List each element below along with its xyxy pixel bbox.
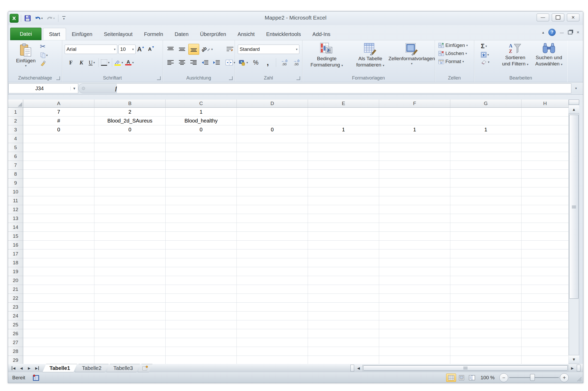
cell-F15[interactable] xyxy=(379,232,450,241)
cell-B27[interactable] xyxy=(94,338,166,347)
cell-F25[interactable] xyxy=(379,320,450,329)
clear-button[interactable]: ▾ xyxy=(481,60,489,64)
cell-F22[interactable] xyxy=(379,294,450,303)
cell-H5[interactable] xyxy=(522,143,569,152)
cell-B7[interactable] xyxy=(94,161,166,170)
select-all-button[interactable] xyxy=(8,100,23,108)
increase-indent-button[interactable] xyxy=(211,57,222,68)
cell-C17[interactable] xyxy=(166,249,237,258)
paste-dropdown-arrow[interactable]: ▾ xyxy=(25,64,27,68)
cell-A2[interactable]: # xyxy=(23,117,94,125)
cell-H9[interactable] xyxy=(522,179,569,187)
cell-F28[interactable] xyxy=(379,347,450,356)
borders-button[interactable]: ▾ xyxy=(100,57,111,68)
align-right-button[interactable] xyxy=(188,57,199,68)
cell-F2[interactable] xyxy=(379,117,450,125)
cell-F14[interactable] xyxy=(379,223,450,232)
cell-A20[interactable] xyxy=(23,276,94,285)
cell-E27[interactable] xyxy=(308,338,379,347)
cell-E13[interactable] xyxy=(308,214,379,223)
collapse-ribbon-icon[interactable]: ▴ xyxy=(542,30,544,35)
conditional-formatting-button[interactable]: Bedingte Formatierung ▾ xyxy=(306,41,348,69)
hscroll-left-button[interactable]: ◀ xyxy=(355,365,362,371)
row-header-14[interactable]: 14 xyxy=(8,223,23,232)
row-header-22[interactable]: 22 xyxy=(8,294,23,303)
row-header-20[interactable]: 20 xyxy=(8,276,23,285)
font-name-combo[interactable]: Arial▾ xyxy=(65,45,117,54)
window-resize-grip[interactable] xyxy=(576,376,581,381)
cell-C16[interactable] xyxy=(166,241,237,249)
cell-B22[interactable] xyxy=(94,294,166,303)
cell-F5[interactable] xyxy=(379,143,450,152)
cell-B11[interactable] xyxy=(94,196,166,205)
cell-B26[interactable] xyxy=(94,329,166,338)
ausrichtung-dialog-launcher[interactable] xyxy=(229,76,233,80)
cell-D7[interactable] xyxy=(237,161,308,170)
paste-button[interactable]: Einfügen ▾ xyxy=(13,42,39,68)
accounting-format-button[interactable]: ▾ xyxy=(238,57,249,68)
cell-E1[interactable] xyxy=(308,108,379,117)
decrease-decimal-button[interactable]: →.0 .00 xyxy=(291,57,301,68)
next-sheet-button[interactable]: ▶ xyxy=(25,365,33,371)
cell-C6[interactable] xyxy=(166,152,237,161)
cell-H7[interactable] xyxy=(522,161,569,170)
row-header-15[interactable]: 15 xyxy=(8,232,23,241)
copy-button[interactable]: ▾ xyxy=(40,52,48,58)
cell-F11[interactable] xyxy=(379,196,450,205)
cell-B10[interactable] xyxy=(94,187,166,196)
cell-E22[interactable] xyxy=(308,294,379,303)
cell-E14[interactable] xyxy=(308,223,379,232)
sort-filter-button[interactable]: A Z Sortieren und Filtern ▾ xyxy=(497,41,534,68)
cell-H17[interactable] xyxy=(522,249,569,258)
cell-E28[interactable] xyxy=(308,347,379,356)
cell-A17[interactable] xyxy=(23,249,94,258)
format-cells-button[interactable]: Format▾ xyxy=(438,59,464,64)
cell-E11[interactable] xyxy=(308,196,379,205)
row-header-3[interactable]: 3 xyxy=(8,125,23,134)
minimize-button[interactable]: — xyxy=(537,14,549,21)
cell-E18[interactable] xyxy=(308,258,379,267)
row-header-18[interactable]: 18 xyxy=(8,258,23,267)
cell-E8[interactable] xyxy=(308,170,379,179)
cell-D5[interactable] xyxy=(237,143,308,152)
cell-D19[interactable] xyxy=(237,267,308,276)
row-header-23[interactable]: 23 xyxy=(8,303,23,311)
column-header-G[interactable]: G xyxy=(450,100,522,108)
last-sheet-button[interactable]: ▶ xyxy=(33,365,41,371)
cell-G14[interactable] xyxy=(450,223,522,232)
cell-H11[interactable] xyxy=(522,196,569,205)
cell-C27[interactable] xyxy=(166,338,237,347)
cell-F27[interactable] xyxy=(379,338,450,347)
cell-B8[interactable] xyxy=(94,170,166,179)
cell-G10[interactable] xyxy=(450,187,522,196)
cell-B24[interactable] xyxy=(94,311,166,320)
insert-worksheet-button[interactable] xyxy=(138,364,153,372)
cell-A5[interactable] xyxy=(23,143,94,152)
cell-E16[interactable] xyxy=(308,241,379,249)
cell-H10[interactable] xyxy=(522,187,569,196)
font-color-button[interactable]: A ▾ xyxy=(124,57,135,68)
column-header-A[interactable]: A xyxy=(23,100,94,108)
cell-E12[interactable] xyxy=(308,205,379,214)
cell-G20[interactable] xyxy=(450,276,522,285)
column-header-H[interactable]: H xyxy=(522,100,569,108)
row-header-25[interactable]: 25 xyxy=(8,320,23,329)
macro-record-button[interactable] xyxy=(32,374,40,381)
vertical-scroll-thumb[interactable] xyxy=(569,115,579,299)
cell-D28[interactable] xyxy=(237,347,308,356)
cell-E4[interactable] xyxy=(308,134,379,143)
column-header-D[interactable]: D xyxy=(237,100,308,108)
shrink-font-button[interactable]: A▼ xyxy=(146,44,156,54)
cell-G15[interactable] xyxy=(450,232,522,241)
cell-E20[interactable] xyxy=(308,276,379,285)
column-header-E[interactable]: E xyxy=(308,100,379,108)
cell-D21[interactable] xyxy=(237,285,308,294)
fill-color-button[interactable]: ▾ xyxy=(113,57,124,68)
cell-E15[interactable] xyxy=(308,232,379,241)
cell-C29[interactable] xyxy=(166,356,237,364)
row-header-27[interactable]: 27 xyxy=(8,338,23,347)
tab-split-handle[interactable] xyxy=(577,365,580,371)
cell-H19[interactable] xyxy=(522,267,569,276)
cell-F19[interactable] xyxy=(379,267,450,276)
cell-D10[interactable] xyxy=(237,187,308,196)
